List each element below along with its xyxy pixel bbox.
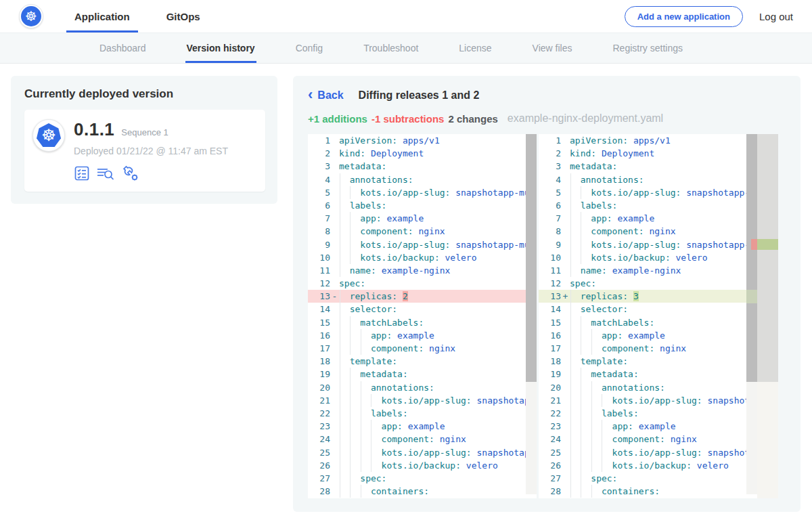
logout-link[interactable]: Log out (759, 11, 793, 22)
code-text: replicas: 2 (339, 290, 537, 303)
line-number: 26 (308, 459, 339, 472)
preflight-checks-icon[interactable] (74, 165, 90, 181)
code-line: 7 app: example (539, 212, 778, 225)
code-line: 3metadata: (308, 160, 537, 173)
minimap-added-marker (757, 239, 778, 250)
code-text: component: nginx (339, 342, 537, 355)
back-link[interactable]: ‹ Back (308, 89, 344, 102)
code-text: kots.io/app-slug: snapshotap (339, 394, 537, 407)
line-number: 9 (539, 238, 570, 251)
line-number: 1 (308, 134, 339, 147)
code-text: kind: Deployment (339, 147, 537, 160)
code-line: 19 metadata: (539, 368, 778, 381)
line-number: 19 (539, 368, 570, 381)
code-line: 21 kots.io/app-slug: snapshotap (539, 394, 778, 407)
code-line: 2kind: Deployment (539, 147, 778, 160)
release-notes-icon[interactable] (97, 165, 115, 181)
tab-application[interactable]: Application (66, 0, 138, 32)
diff-card: ‹ Back Diffing releases 1 and 2 +1 addit… (293, 76, 800, 512)
line-number: 2 (539, 147, 570, 160)
code-text: selector: (339, 303, 537, 316)
code-text: spec: (339, 277, 537, 290)
line-number: 22 (308, 407, 339, 420)
diff-minimap[interactable] (757, 134, 778, 498)
code-text: labels: (339, 407, 537, 420)
subnav-view-files[interactable]: View files (531, 33, 574, 63)
code-line: 18 template: (308, 355, 537, 368)
line-number: 3 (539, 160, 570, 173)
line-number: 14 (539, 303, 570, 316)
code-line: 15 matchLabels: (308, 316, 537, 329)
config-icon[interactable] (122, 165, 139, 182)
code-text: component: nginx (339, 433, 537, 446)
code-line: 16 app: example (539, 329, 778, 342)
kubernetes-app-icon: ☸ (37, 123, 61, 148)
subnav-dashboard[interactable]: Dashboard (98, 33, 148, 63)
code-line: 4 annotations: (308, 173, 537, 186)
code-line: 28 containers: (308, 485, 537, 498)
add-application-button[interactable]: Add a new application (625, 6, 743, 27)
code-line: 16 app: example (308, 329, 537, 342)
line-number: 21 (308, 394, 339, 407)
code-line: 21 kots.io/app-slug: snapshotap (308, 394, 537, 407)
code-line: 23 app: example (308, 420, 537, 433)
diff-title: Diffing releases 1 and 2 (359, 89, 480, 102)
code-line: 9 kots.io/app-slug: snapshotapp-mu (539, 238, 778, 251)
tab-gitops[interactable]: GitOps (158, 0, 208, 32)
line-number: 13- (308, 290, 339, 303)
line-number: 28 (308, 485, 339, 498)
sequence-label: Sequence 1 (121, 127, 168, 137)
code-line: 5 kots.io/app-slug: snapshotapp-mu (539, 186, 778, 199)
diff-panel-old: 1apiVersion: apps/v12kind: Deployment3me… (308, 134, 537, 498)
line-number: 15 (539, 316, 570, 329)
code-text: spec: (339, 472, 537, 485)
line-number: 10 (308, 251, 339, 264)
subnav-version-history[interactable]: Version history (185, 33, 256, 63)
subnav-config[interactable]: Config (294, 33, 324, 63)
subnav-license[interactable]: License (457, 33, 493, 63)
scrollbar-new[interactable] (746, 134, 757, 494)
changes-count: 2 changes (448, 113, 497, 125)
code-text: app: example (339, 212, 537, 225)
line-number: 5 (539, 186, 570, 199)
line-number: 6 (308, 199, 339, 212)
code-line: 12spec: (308, 277, 537, 290)
code-line: 7 app: example (308, 212, 537, 225)
deployed-version-box: ☸ 0.1.1 Sequence 1 Deployed 01/21/22 @ 1… (24, 110, 265, 192)
line-number: 16 (308, 329, 339, 342)
code-line: 26 kots.io/backup: velero (539, 459, 778, 472)
code-line: 3metadata: (539, 160, 778, 173)
line-number: 17 (308, 342, 339, 355)
line-number: 7 (308, 212, 339, 225)
code-line: 1apiVersion: apps/v1 (539, 134, 778, 147)
subnav-registry-settings[interactable]: Registry settings (611, 33, 683, 63)
app-icon-badge: ☸ (32, 119, 65, 152)
code-line: 6 labels: (308, 199, 537, 212)
code-text: kots.io/backup: velero (339, 251, 537, 264)
line-number: 28 (539, 485, 570, 498)
line-number: 20 (308, 381, 339, 394)
deployed-card-title: Currently deployed version (24, 87, 265, 101)
code-line: 22 labels: (308, 407, 537, 420)
line-number: 2 (308, 147, 339, 160)
code-text: kots.io/backup: velero (339, 459, 537, 472)
subtractions-count: -1 subtractions (371, 113, 445, 125)
line-number: 4 (308, 173, 339, 186)
code-line: 24 component: nginx (539, 433, 778, 446)
code-text: annotations: (339, 381, 537, 394)
code-text: metadata: (339, 160, 537, 173)
currently-deployed-card: Currently deployed version ☸ 0.1.1 Seque… (11, 76, 277, 204)
code-text: containers: (339, 485, 537, 498)
code-line: 8 component: nginx (308, 225, 537, 238)
minimap-removed-marker (751, 239, 757, 250)
code-line: 6 labels: (539, 199, 778, 212)
subnav-troubleshoot[interactable]: Troubleshoot (362, 33, 420, 63)
scrollbar-old[interactable] (526, 134, 537, 494)
code-text: app: example (339, 420, 537, 433)
line-number: 24 (308, 433, 339, 446)
line-number: 26 (539, 459, 570, 472)
code-line: 26 kots.io/backup: velero (308, 459, 537, 472)
scrollbar-diff-tint (746, 290, 757, 303)
line-number: 23 (308, 420, 339, 433)
code-text: kots.io/app-slug: snapshotap (339, 446, 537, 459)
